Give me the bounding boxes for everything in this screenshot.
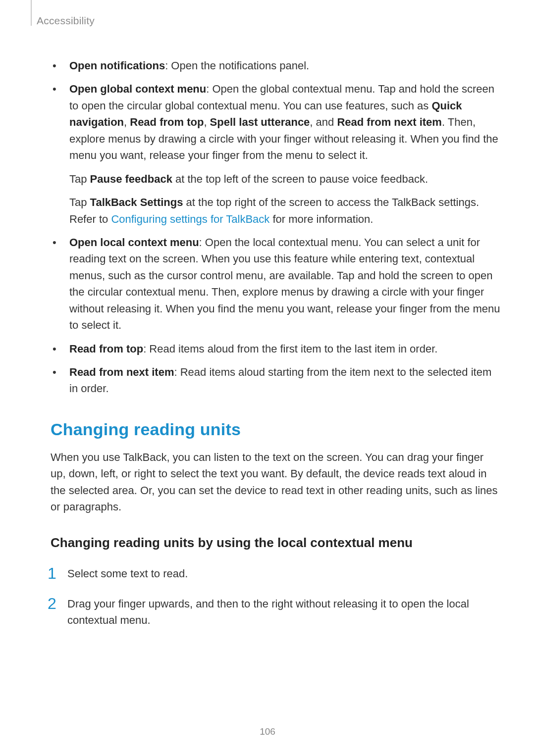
inline-text: ,: [204, 116, 210, 128]
list-item: Open global context menu: Open the globa…: [51, 81, 500, 227]
page-number: 106: [0, 726, 535, 737]
main-content: Open notifications: Open the notificatio…: [30, 57, 505, 628]
bullet-text: : Open the notifications panel.: [165, 59, 309, 72]
inline-bold: Read from next item: [337, 116, 442, 128]
inline-text: Tap: [69, 173, 90, 185]
step-text: Drag your finger upwards, and then to th…: [67, 598, 469, 626]
sub-heading: Changing reading units by using the loca…: [51, 535, 500, 551]
inline-bold: Read from top: [130, 116, 204, 128]
header-rule: [31, 0, 32, 26]
list-item: Open local context menu: Open the local …: [51, 234, 500, 334]
bullet-label: Open notifications: [69, 59, 165, 72]
list-item: Open notifications: Open the notificatio…: [51, 57, 500, 74]
inline-text: for more information.: [269, 213, 373, 225]
inline-bold: Spell last utterance: [210, 116, 310, 128]
bullet-label: Read from next item: [69, 366, 174, 378]
sub-paragraph: Tap TalkBack Settings at the top right o…: [69, 194, 500, 227]
numbered-list: 1 Select some text to read. 2 Drag your …: [51, 565, 500, 628]
bullet-label: Open local context menu: [69, 236, 199, 249]
sub-paragraph: Tap Pause feedback at the top left of th…: [69, 171, 500, 187]
inline-bold: TalkBack Settings: [90, 196, 183, 208]
section-paragraph: When you use TalkBack, you can listen to…: [51, 449, 500, 515]
bullet-text: : Open the local contextual menu. You ca…: [69, 236, 500, 331]
inline-text: ,: [124, 116, 130, 128]
list-item: 1 Select some text to read.: [51, 565, 500, 582]
bullet-list: Open notifications: Open the notificatio…: [51, 57, 500, 397]
inline-text: Tap: [69, 196, 90, 208]
step-number: 1: [48, 561, 56, 585]
bullet-text: : Read items aloud from the first item t…: [143, 343, 437, 355]
step-number: 2: [48, 592, 56, 615]
breadcrumb: Accessibility: [30, 15, 505, 27]
list-item: 2 Drag your finger upwards, and then to …: [51, 596, 500, 628]
cross-reference-link[interactable]: Configuring settings for TalkBack: [111, 213, 269, 225]
inline-text: , and: [310, 116, 337, 128]
list-item: Read from next item: Read items aloud st…: [51, 364, 500, 397]
bullet-label: Open global context menu: [69, 83, 206, 95]
section-title: Changing reading units: [51, 420, 500, 439]
inline-text: at the top left of the screen to pause v…: [172, 173, 428, 185]
step-text: Select some text to read.: [67, 567, 188, 580]
list-item: Read from top: Read items aloud from the…: [51, 341, 500, 357]
inline-bold: Pause feedback: [90, 173, 172, 185]
bullet-label: Read from top: [69, 343, 143, 355]
